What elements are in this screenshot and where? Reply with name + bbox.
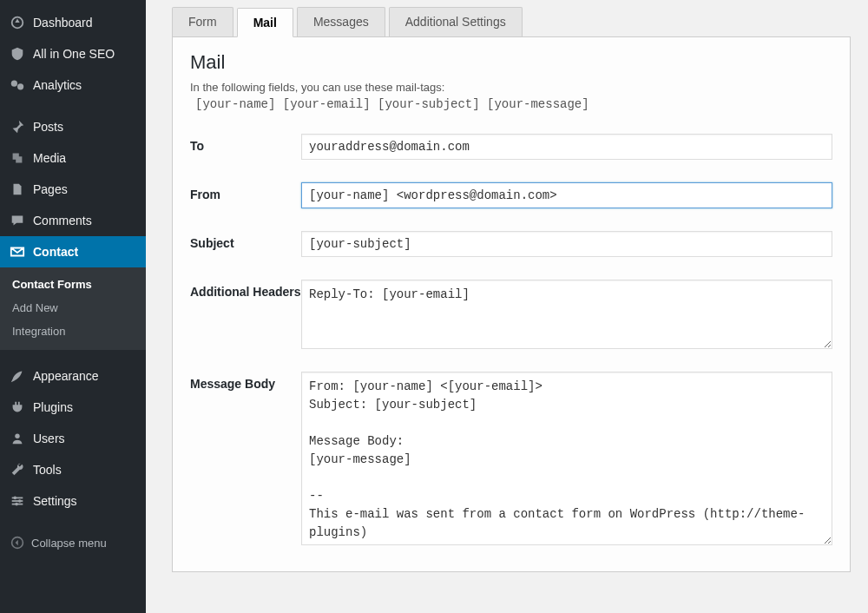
sidebar-item-label: Contact xyxy=(33,245,78,259)
svg-point-6 xyxy=(14,497,17,500)
submenu-item-contact-forms[interactable]: Contact Forms xyxy=(0,273,146,296)
tab-bar: Form Mail Messages Additional Settings xyxy=(172,7,851,37)
input-from[interactable] xyxy=(301,182,832,208)
sidebar-submenu-contact: Contact Forms Add New Integration xyxy=(0,267,146,350)
svg-point-1 xyxy=(17,83,23,89)
mail-panel: Mail In the following fields, you can us… xyxy=(172,37,851,572)
sidebar-item-label: Plugins xyxy=(33,400,73,414)
sidebar-item-settings[interactable]: Settings xyxy=(0,485,146,517)
row-to: To xyxy=(190,134,832,160)
submenu-item-add-new[interactable]: Add New xyxy=(0,296,146,320)
sidebar-item-label: Analytics xyxy=(33,78,82,92)
collapse-label: Collapse menu xyxy=(31,537,107,550)
tab-additional-settings[interactable]: Additional Settings xyxy=(389,7,523,36)
mail-tags: [your-name] [your-email] [your-subject] … xyxy=(190,97,832,111)
input-subject[interactable] xyxy=(301,231,832,257)
label-subject: Subject xyxy=(190,231,301,250)
sidebar-item-label: Posts xyxy=(33,120,63,134)
label-body: Message Body xyxy=(190,372,301,391)
sidebar-item-appearance[interactable]: Appearance xyxy=(0,360,146,392)
row-subject: Subject xyxy=(190,231,832,257)
pages-icon xyxy=(9,181,26,198)
panel-heading: Mail xyxy=(190,51,832,74)
input-headers[interactable] xyxy=(301,280,832,349)
sidebar-item-label: Pages xyxy=(33,182,68,196)
sidebar-item-contact[interactable]: Contact xyxy=(0,236,146,267)
tab-messages[interactable]: Messages xyxy=(297,7,385,36)
tab-form[interactable]: Form xyxy=(172,7,233,36)
sidebar-item-pages[interactable]: Pages xyxy=(0,174,146,205)
tools-icon xyxy=(9,461,26,478)
settings-icon xyxy=(9,492,26,510)
plugins-icon xyxy=(9,399,26,416)
analytics-icon xyxy=(9,76,26,94)
sidebar-item-media[interactable]: Media xyxy=(0,142,146,174)
svg-point-7 xyxy=(18,499,22,503)
panel-description: In the following fields, you can use the… xyxy=(190,81,832,94)
appearance-icon xyxy=(9,367,26,385)
row-headers: Additional Headers xyxy=(190,280,832,349)
svg-point-0 xyxy=(11,81,17,87)
svg-point-2 xyxy=(15,434,19,438)
sidebar-item-tools[interactable]: Tools xyxy=(0,454,146,485)
media-icon xyxy=(9,149,26,167)
tab-mail[interactable]: Mail xyxy=(237,8,293,37)
input-to[interactable] xyxy=(301,134,832,160)
sidebar-item-seo[interactable]: All in One SEO xyxy=(0,38,146,69)
sidebar-item-label: All in One SEO xyxy=(33,47,115,61)
pin-icon xyxy=(9,118,26,135)
row-body: Message Body xyxy=(190,372,832,545)
sidebar-item-label: Tools xyxy=(33,463,62,477)
sidebar-item-plugins[interactable]: Plugins xyxy=(0,392,146,423)
sidebar-item-label: Users xyxy=(33,432,65,445)
sidebar-item-label: Media xyxy=(33,151,66,165)
dashboard-icon xyxy=(9,14,26,31)
users-icon xyxy=(9,430,26,447)
sidebar-item-users[interactable]: Users xyxy=(0,423,146,454)
shield-icon xyxy=(9,45,26,63)
admin-sidebar: Dashboard All in One SEO Analytics Posts… xyxy=(0,0,146,613)
collapse-icon xyxy=(10,536,24,550)
input-body[interactable] xyxy=(301,372,832,545)
svg-point-8 xyxy=(15,503,18,506)
sidebar-item-label: Settings xyxy=(33,494,77,508)
label-to: To xyxy=(190,134,301,153)
main-content: Form Mail Messages Additional Settings M… xyxy=(146,0,868,613)
sidebar-item-label: Appearance xyxy=(33,369,99,383)
mail-icon xyxy=(9,243,26,260)
sidebar-item-analytics[interactable]: Analytics xyxy=(0,69,146,101)
comments-icon xyxy=(9,212,26,229)
label-headers: Additional Headers xyxy=(190,280,301,299)
collapse-menu[interactable]: Collapse menu xyxy=(0,527,146,558)
sidebar-item-comments[interactable]: Comments xyxy=(0,205,146,236)
submenu-item-integration[interactable]: Integration xyxy=(0,320,146,343)
sidebar-item-posts[interactable]: Posts xyxy=(0,111,146,142)
sidebar-item-dashboard[interactable]: Dashboard xyxy=(0,7,146,38)
label-from: From xyxy=(190,182,301,201)
sidebar-item-label: Comments xyxy=(33,214,92,227)
sidebar-item-label: Dashboard xyxy=(33,16,93,30)
row-from: From xyxy=(190,182,832,208)
